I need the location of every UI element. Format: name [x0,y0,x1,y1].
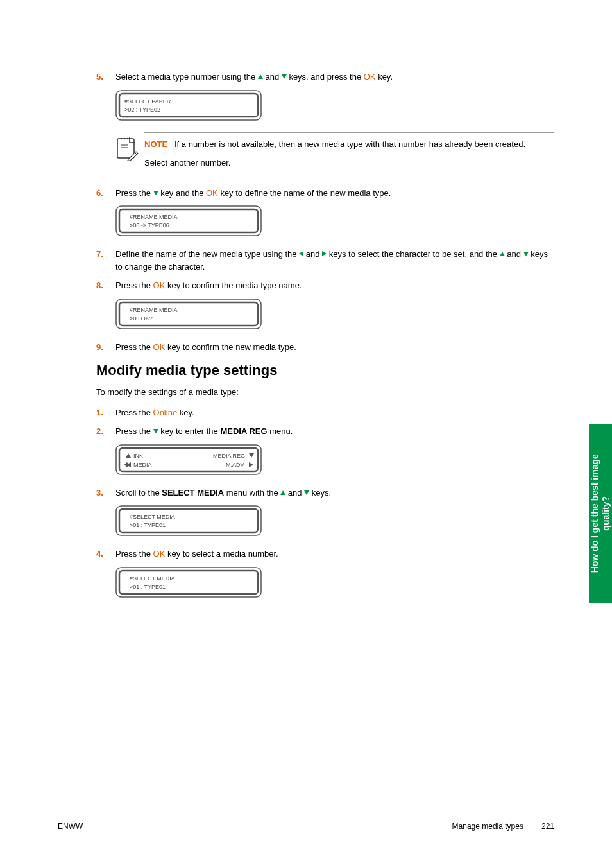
left-arrow-icon [299,251,303,256]
note-block: NOTE If a number is not available, then … [115,132,554,175]
up-arrow-icon [500,252,505,256]
svg-text:#SELECT MEDIA: #SELECT MEDIA [130,514,175,520]
svg-rect-36 [119,571,258,594]
svg-rect-4 [117,139,134,158]
down-arrow-icon [153,191,158,195]
step-text: Select a media type number using the and… [115,71,554,83]
svg-text:>06 OK?: >06 OK? [130,315,153,322]
step-text: Scroll to the SELECT MEDIA menu with the… [115,487,554,499]
step-8: 8. Press the OK key to confirm the media… [96,279,554,292]
step-text: Press the key to enter the MEDIA REG men… [115,425,554,438]
footer-section-title: Manage media types [452,822,523,831]
lcd-screen-2: #RENAME MEDIA >06 -> TYPE06 [115,205,554,236]
step-7: 7. Define the name of the new media type… [96,248,554,273]
svg-rect-1 [119,94,258,117]
svg-text:>06 -> TYPE06: >06 -> TYPE06 [130,222,169,229]
svg-point-6 [124,137,125,139]
svg-text:>02 : TYPE02: >02 : TYPE02 [124,107,160,113]
step-number: 7. [96,248,115,273]
step-b1: 1. Press the Online key. [96,406,554,419]
footer-page-number: 221 [541,822,554,831]
svg-rect-15 [116,299,261,329]
step-number: 4. [96,548,115,560]
svg-text:MEDIA: MEDIA [133,462,152,468]
svg-rect-35 [116,568,261,597]
down-arrow-icon [153,429,158,433]
svg-point-7 [127,137,128,139]
lcd-screen-1: #SELECT PAPER >02 : TYPE02 [115,90,554,121]
step-text: Press the OK key to select a media numbe… [115,548,554,560]
svg-rect-31 [116,506,261,535]
side-tab-text: How do I get the best imagequality? [590,454,611,573]
step-text: Press the OK key to confirm the new medi… [115,341,554,354]
step-text: Press the Online key. [115,406,554,419]
step-number: 3. [96,487,115,499]
svg-text:>01 : TYPE01: >01 : TYPE01 [130,584,166,590]
note-content: NOTE If a number is not available, then … [144,132,554,175]
lcd-screen-5: #SELECT MEDIA >01 : TYPE01 [115,505,554,536]
svg-rect-12 [119,209,258,232]
svg-marker-21 [126,453,131,458]
step-text: Press the key and the OK key to define t… [115,187,554,200]
step-number: 2. [96,425,115,438]
up-arrow-icon [280,490,285,495]
lcd-screen-6: #SELECT MEDIA >01 : TYPE01 [115,567,554,598]
svg-text:>01 : TYPE01: >01 : TYPE01 [130,522,166,528]
step-text: Press the OK key to confirm the media ty… [115,279,554,292]
up-arrow-icon [258,74,263,79]
right-arrow-icon [322,251,327,256]
svg-marker-30 [249,462,253,467]
step-number: 5. [96,71,115,83]
section-heading: Modify media type settings [96,360,554,381]
side-tab: How do I get the best imagequality? [589,424,612,603]
step-5: 5. Select a media type number using the … [96,71,554,83]
step-number: 1. [96,406,115,419]
svg-marker-24 [249,453,254,458]
lcd-screen-3: #RENAME MEDIA >06 OK? [115,299,554,329]
step-9: 9. Press the OK key to confirm the new m… [96,341,554,354]
step-b2: 2. Press the key to enter the MEDIA REG … [96,425,554,438]
step-6: 6. Press the key and the OK key to defin… [96,187,554,200]
page-footer: ENWW Manage media types 221 [58,822,554,831]
down-arrow-icon [282,74,287,79]
step-b4: 4. Press the OK key to select a media nu… [96,548,554,560]
step-number: 9. [96,341,115,354]
svg-text:#SELECT PAPER: #SELECT PAPER [124,98,171,105]
svg-rect-19 [116,445,261,474]
svg-text:M.ADV: M.ADV [226,462,244,468]
intro-text: To modify the settings of a media type: [96,386,554,399]
svg-text:MEDIA REG: MEDIA REG [213,453,245,459]
step-number: 8. [96,279,115,292]
svg-rect-32 [119,509,258,532]
svg-rect-16 [119,302,258,326]
step-number: 6. [96,187,115,200]
note-icon [115,132,144,175]
svg-rect-11 [116,206,261,236]
svg-text:#RENAME MEDIA: #RENAME MEDIA [130,214,178,220]
step-b3: 3. Scroll to the SELECT MEDIA menu with … [96,487,554,499]
note-label: NOTE [144,139,167,149]
svg-point-5 [121,137,122,139]
step-text: Define the name of the new media type us… [115,248,554,273]
footer-left: ENWW [58,822,83,831]
svg-text:#SELECT MEDIA: #SELECT MEDIA [130,575,175,582]
svg-rect-0 [116,91,261,120]
svg-text:#RENAME MEDIA: #RENAME MEDIA [130,307,178,313]
lcd-screen-4: INK MEDIA REG MEDIA M.ADV [115,444,554,475]
down-arrow-icon [523,252,529,256]
down-arrow-icon [304,490,309,495]
svg-text:INK: INK [133,453,143,459]
